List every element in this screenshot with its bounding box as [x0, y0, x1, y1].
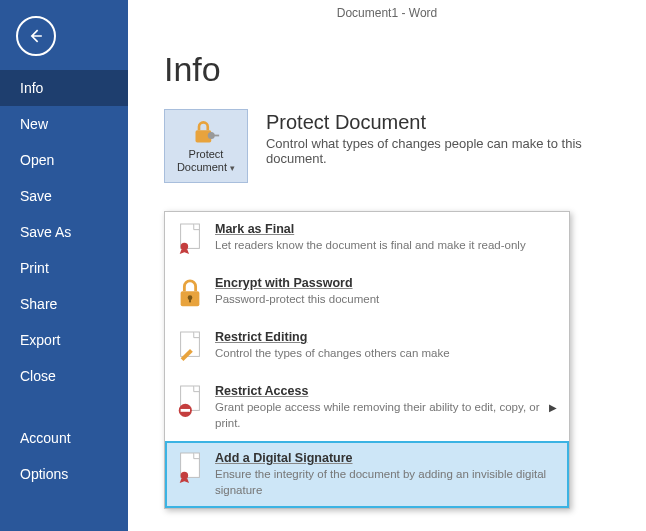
svg-point-4	[181, 243, 189, 251]
page-title: Info	[164, 50, 646, 89]
nav-close[interactable]: Close	[0, 358, 128, 394]
arrow-left-icon	[26, 26, 46, 46]
menu-encrypt-password[interactable]: Encrypt with PasswordPassword-protect th…	[165, 266, 569, 320]
menu-mark-as-final[interactable]: Mark as FinalLet readers know the docume…	[165, 212, 569, 266]
protect-document-button[interactable]: ProtectDocument ▾	[164, 109, 248, 183]
menu-restrict-access[interactable]: Restrict AccessGrant people access while…	[165, 374, 569, 441]
nav-share[interactable]: Share	[0, 286, 128, 322]
document-ribbon-icon	[175, 222, 205, 256]
window-title: Document1 - Word	[128, 0, 646, 26]
nav-new[interactable]: New	[0, 106, 128, 142]
svg-rect-7	[189, 299, 191, 303]
main-pane: Document1 - Word Info ProtectDocument ▾ …	[128, 0, 646, 531]
nav-export[interactable]: Export	[0, 322, 128, 358]
nav-info[interactable]: Info	[0, 70, 128, 106]
back-button[interactable]	[16, 16, 56, 56]
protect-heading: Protect Document	[266, 111, 646, 134]
nav-save[interactable]: Save	[0, 178, 128, 214]
nav-list: Info New Open Save Save As Print Share E…	[0, 70, 128, 492]
document-pencil-icon	[175, 330, 205, 364]
chevron-down-icon: ▾	[230, 163, 235, 173]
lock-icon	[175, 276, 205, 310]
svg-point-13	[181, 472, 189, 480]
lock-key-icon	[191, 118, 221, 146]
menu-restrict-editing[interactable]: Restrict EditingControl the types of cha…	[165, 320, 569, 374]
nav-options[interactable]: Options	[0, 456, 128, 492]
document-no-entry-icon	[175, 384, 205, 418]
backstage-sidebar: Info New Open Save Save As Print Share E…	[0, 0, 128, 531]
chevron-right-icon: ▶	[549, 402, 557, 413]
svg-point-1	[208, 132, 215, 139]
nav-account[interactable]: Account	[0, 420, 128, 456]
svg-rect-11	[181, 409, 190, 412]
nav-print[interactable]: Print	[0, 250, 128, 286]
nav-save-as[interactable]: Save As	[0, 214, 128, 250]
protect-document-menu: Mark as FinalLet readers know the docume…	[164, 211, 570, 509]
menu-add-digital-signature[interactable]: Add a Digital SignatureEnsure the integr…	[165, 441, 569, 508]
nav-open[interactable]: Open	[0, 142, 128, 178]
svg-rect-2	[214, 134, 219, 136]
protect-desc: Control what types of changes people can…	[266, 136, 646, 166]
document-ribbon-icon	[175, 451, 205, 485]
